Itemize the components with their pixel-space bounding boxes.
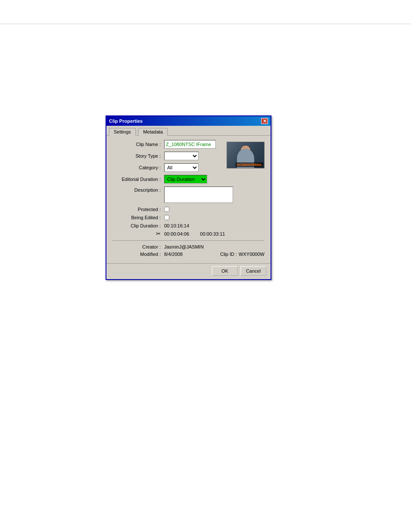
clip-duration-value: 00:10:16:14 bbox=[164, 223, 189, 228]
story-type-label: Story Type : bbox=[112, 153, 164, 159]
button-row: OK Cancel bbox=[106, 263, 271, 279]
tab-bar: Settings | Metadata bbox=[106, 126, 271, 136]
video-thumbnail: ACNWSORMAL bbox=[227, 142, 265, 168]
inout-spacer bbox=[193, 231, 196, 236]
clip-id-label: Clip ID : bbox=[220, 252, 237, 257]
ok-button[interactable]: OK bbox=[212, 266, 238, 276]
editorial-duration-select[interactable]: Clip Duration Custom bbox=[164, 175, 207, 184]
being-edited-label: Being Edited : bbox=[112, 215, 164, 220]
inout-points-row: ✂ 00:00:04:06 00:00:33:11 bbox=[112, 230, 265, 237]
thumbnail-image: ACNWSORMAL bbox=[227, 142, 264, 168]
description-label: Description : bbox=[112, 187, 164, 193]
thumbnail-overlay-text: ACNWSORMAL bbox=[236, 162, 263, 167]
clip-duration-label: Clip Duration : bbox=[112, 223, 164, 228]
tab-settings[interactable]: Settings bbox=[109, 128, 136, 136]
editorial-duration-control: Clip Duration Custom bbox=[164, 175, 265, 184]
being-edited-row: Being Edited : bbox=[112, 215, 265, 220]
cancel-button[interactable]: Cancel bbox=[240, 266, 266, 276]
info-divider bbox=[112, 240, 265, 241]
clip-id-value: WXY0000W bbox=[239, 252, 265, 257]
title-bar: Clip Properties ✕ bbox=[106, 116, 271, 126]
dialog-content: ACNWSORMAL Clip Name : Story Type : Cate… bbox=[106, 136, 271, 263]
description-row: Description : bbox=[112, 187, 265, 204]
description-textarea[interactable] bbox=[164, 187, 233, 203]
creator-value: JasminJ@JASMIN bbox=[164, 244, 204, 249]
protected-label: Protected : bbox=[112, 207, 164, 212]
modified-label: Modified : bbox=[112, 252, 164, 257]
protected-row: Protected : bbox=[112, 207, 265, 212]
tab-separator: | bbox=[137, 129, 138, 135]
tab-metadata[interactable]: Metadata bbox=[138, 128, 168, 136]
out-point-value: 00:00:33:11 bbox=[200, 231, 225, 236]
being-edited-checkbox[interactable] bbox=[164, 215, 169, 220]
clip-name-input[interactable] bbox=[164, 140, 216, 149]
category-label: Category : bbox=[112, 165, 164, 170]
clip-name-label: Clip Name : bbox=[112, 142, 164, 147]
creator-label: Creator : bbox=[112, 244, 164, 249]
dialog-title: Clip Properties bbox=[109, 118, 143, 124]
category-select[interactable]: All News Sports bbox=[164, 163, 199, 172]
editorial-duration-row: Editorial Duration : Clip Duration Custo… bbox=[112, 175, 265, 184]
top-divider bbox=[0, 24, 411, 24]
clip-properties-dialog: Clip Properties ✕ Settings | Metadata AC… bbox=[106, 115, 271, 280]
modified-value: 8/4/2008 bbox=[164, 252, 183, 257]
clip-duration-row: Clip Duration : 00:10:16:14 bbox=[112, 223, 265, 228]
protected-checkbox[interactable] bbox=[164, 207, 169, 212]
modified-row: Modified : 8/4/2008 Clip ID : WXY0000W bbox=[112, 252, 265, 257]
description-control bbox=[164, 187, 265, 204]
editorial-duration-label: Editorial Duration : bbox=[112, 177, 164, 182]
in-point-value: 00:00:04:06 bbox=[164, 231, 189, 236]
close-button[interactable]: ✕ bbox=[261, 118, 268, 124]
story-type-select[interactable] bbox=[164, 152, 199, 160]
creator-row: Creator : JasminJ@JASMIN bbox=[112, 244, 265, 249]
scissors-icon: ✂ bbox=[112, 230, 164, 237]
